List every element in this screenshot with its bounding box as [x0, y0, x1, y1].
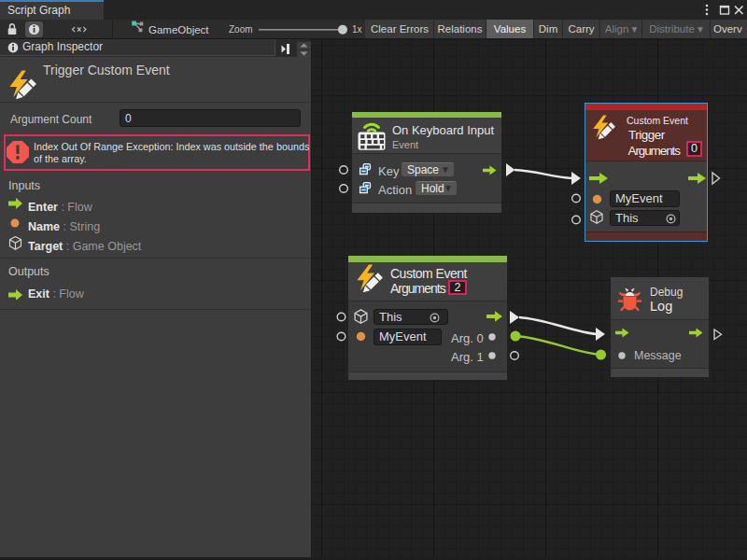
svg-text:Zoom: Zoom [229, 24, 253, 35]
svg-text:1x: 1x [352, 24, 362, 35]
svg-text:GameObject: GameObject [148, 24, 209, 35]
